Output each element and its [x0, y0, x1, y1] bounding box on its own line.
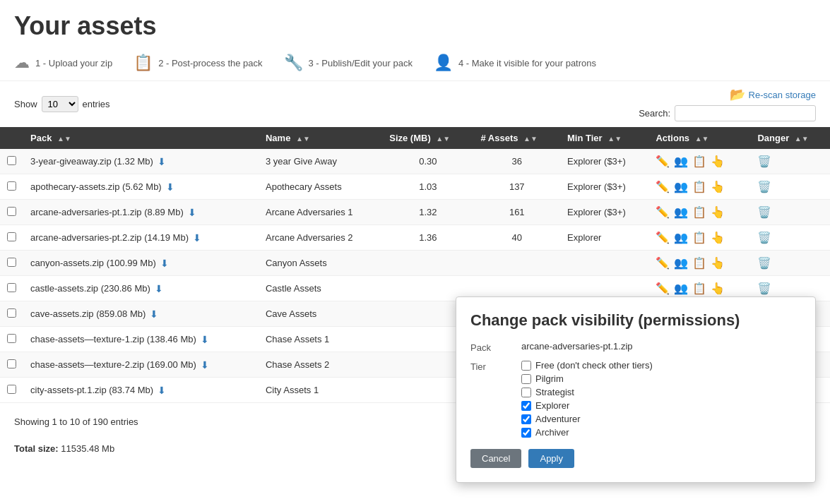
hand-icon[interactable]: 👆	[711, 256, 725, 270]
row-checkbox[interactable]	[7, 385, 16, 394]
pack-filename: arcane-adversaries-pt.2.zip (14.19 Mb)	[30, 232, 189, 243]
users-icon[interactable]: 👥	[674, 282, 688, 295]
hand-icon[interactable]: 👆	[711, 180, 725, 193]
permissions-modal: Change pack visibility (permissions) Pac…	[456, 296, 816, 457]
edit-icon[interactable]: ✏️	[656, 205, 670, 219]
pack-filename: cave-assets.zip (859.08 Mb)	[30, 308, 146, 319]
users-icon[interactable]: 👥	[674, 256, 688, 270]
tier-checkbox[interactable]	[521, 374, 531, 384]
copy-icon[interactable]: 📋	[692, 256, 706, 270]
row-name: City Assets 1	[259, 378, 382, 403]
tier-checkbox[interactable]	[521, 361, 531, 371]
row-checkbox[interactable]	[7, 359, 16, 368]
step-visible-label: 4 - Make it visible for your patrons	[458, 58, 596, 68]
page-title: Your assets	[0, 0, 830, 48]
hand-icon[interactable]: 👆	[711, 155, 725, 168]
edit-icon[interactable]: ✏️	[656, 282, 670, 295]
copy-icon[interactable]: 📋	[692, 180, 706, 193]
download-icon[interactable]: ⬇	[201, 334, 209, 345]
row-size	[382, 251, 473, 276]
copy-icon[interactable]: 📋	[692, 205, 706, 219]
copy-icon[interactable]: 📋	[692, 155, 706, 168]
tier-checkbox[interactable]	[521, 428, 531, 438]
row-checkbox-cell	[0, 225, 23, 251]
pack-filename: 3-year-giveaway.zip (1.32 Mb)	[30, 156, 153, 167]
row-min-tier: Explorer ($3+)	[560, 149, 648, 174]
total-size-label: Total size:	[14, 443, 59, 454]
users-icon[interactable]: 👥	[674, 231, 688, 244]
edit-icon[interactable]: ✏️	[656, 231, 670, 244]
users-icon[interactable]: 👥	[674, 180, 688, 193]
tier-label: Adventurer	[535, 414, 581, 424]
col-min-tier[interactable]: Min Tier ▲▼	[560, 127, 648, 149]
row-checkbox-cell	[0, 200, 23, 225]
edit-icon[interactable]: ✏️	[656, 155, 670, 168]
tier-checkbox[interactable]	[521, 414, 531, 424]
entries-select[interactable]: 10 25 50 100	[42, 96, 78, 112]
toolbar: Show 10 25 50 100 entries 📂 Re-scan stor…	[0, 81, 830, 127]
download-icon[interactable]: ⬇	[158, 156, 166, 167]
row-checkbox[interactable]	[7, 181, 16, 191]
row-checkbox[interactable]	[7, 258, 16, 267]
delete-icon[interactable]: 🗑️	[757, 155, 771, 167]
col-checkbox	[0, 127, 23, 149]
download-icon[interactable]: ⬇	[193, 232, 201, 244]
users-icon[interactable]: 👥	[674, 155, 688, 168]
edit-icon[interactable]: ✏️	[656, 256, 670, 270]
postprocess-icon: 📋	[134, 54, 153, 72]
modal-pack-row: Pack arcane-adversaries-pt.1.zip	[470, 341, 801, 353]
copy-icon[interactable]: 📋	[692, 282, 706, 295]
modal-buttons: Cancel Apply	[470, 449, 801, 457]
col-actions[interactable]: Actions ▲▼	[648, 127, 750, 149]
row-checkbox-cell	[0, 251, 23, 276]
total-size-value: 11535.48 Mb	[61, 443, 114, 454]
download-icon[interactable]: ⬇	[155, 283, 163, 294]
row-name: 3 year Give Away	[259, 149, 382, 174]
row-checkbox[interactable]	[7, 308, 16, 318]
delete-icon[interactable]: 🗑️	[757, 257, 771, 269]
download-icon[interactable]: ⬇	[201, 359, 209, 371]
hand-icon[interactable]: 👆	[711, 205, 725, 219]
delete-icon[interactable]: 🗑️	[757, 282, 771, 294]
copy-icon[interactable]: 📋	[692, 231, 706, 244]
row-checkbox[interactable]	[7, 156, 16, 165]
rescan-button[interactable]: 📂 Re-scan storage	[730, 87, 816, 102]
row-checkbox[interactable]	[7, 232, 16, 241]
download-icon[interactable]: ⬇	[188, 207, 196, 218]
row-actions: ✏️ 👥 📋 👆	[648, 149, 750, 174]
download-icon[interactable]: ⬇	[158, 385, 166, 396]
table-row: arcane-adversaries-pt.1.zip (8.89 Mb) ⬇ …	[0, 200, 830, 225]
delete-icon[interactable]: 🗑️	[757, 232, 771, 244]
delete-icon[interactable]: 🗑️	[757, 181, 771, 193]
row-checkbox[interactable]	[7, 283, 16, 292]
tier-checkbox[interactable]	[521, 388, 531, 397]
step-postprocess-label: 2 - Post-process the pack	[158, 58, 262, 68]
users-icon[interactable]: 👥	[674, 205, 688, 219]
tier-item: Free (don't check other tiers)	[521, 360, 653, 371]
row-pack: chase-assets—texture-1.zip (138.46 Mb) ⬇	[23, 327, 259, 352]
col-danger[interactable]: Danger ▲▼	[750, 127, 830, 149]
row-pack: apothecary-assets.zip (5.62 Mb) ⬇	[23, 174, 259, 200]
tier-checkbox[interactable]	[521, 401, 531, 411]
row-name: Arcane Adversaries 2	[259, 225, 382, 251]
col-name[interactable]: Name ▲▼	[259, 127, 382, 149]
download-icon[interactable]: ⬇	[150, 308, 158, 320]
row-pack: cave-assets.zip (859.08 Mb) ⬇	[23, 301, 259, 327]
cancel-button[interactable]: Cancel	[470, 449, 521, 457]
search-input[interactable]	[675, 105, 816, 121]
col-assets[interactable]: # Assets ▲▼	[473, 127, 560, 149]
delete-icon[interactable]: 🗑️	[757, 206, 771, 218]
col-size[interactable]: Size (MB) ▲▼	[382, 127, 473, 149]
edit-icon[interactable]: ✏️	[656, 180, 670, 193]
hand-icon[interactable]: 👆	[711, 282, 725, 295]
download-icon[interactable]: ⬇	[160, 258, 169, 269]
hand-icon[interactable]: 👆	[711, 231, 725, 244]
row-checkbox[interactable]	[7, 207, 16, 216]
row-checkbox-cell	[0, 352, 23, 378]
apply-button[interactable]: Apply	[528, 449, 574, 457]
download-icon[interactable]: ⬇	[166, 181, 174, 193]
show-label: Show	[14, 99, 37, 109]
row-checkbox[interactable]	[7, 334, 16, 343]
col-pack[interactable]: Pack ▲▼	[23, 127, 259, 149]
row-size: 1.36	[382, 225, 473, 251]
